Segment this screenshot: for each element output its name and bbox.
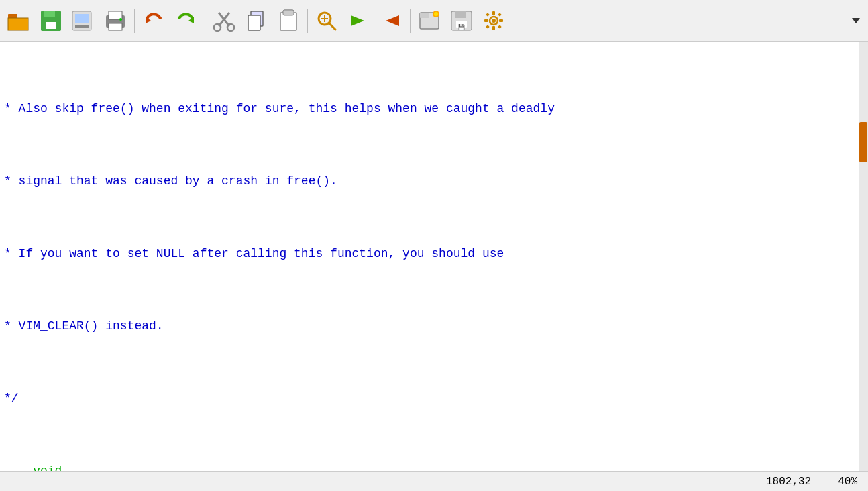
svg-point-12 <box>119 18 122 21</box>
save-as-button[interactable] <box>68 6 98 36</box>
svg-rect-44 <box>486 13 490 17</box>
separator-1 <box>134 9 135 33</box>
svg-rect-20 <box>248 15 260 30</box>
save2-button[interactable]: 💾 <box>447 6 476 36</box>
svg-rect-41 <box>492 26 495 30</box>
svg-rect-4 <box>44 11 55 17</box>
svg-text:💾: 💾 <box>458 23 465 30</box>
scrollbar[interactable] <box>859 42 868 471</box>
svg-marker-48 <box>852 18 860 23</box>
svg-rect-1 <box>8 18 28 30</box>
svg-rect-42 <box>484 19 488 22</box>
toolbar-dropdown-button[interactable] <box>848 6 864 36</box>
code-area[interactable]: * Also skip free() when exiting for sure… <box>4 46 859 471</box>
cut-button[interactable] <box>209 6 239 36</box>
code-line-5: */ <box>4 390 859 408</box>
undo-button[interactable] <box>139 6 168 36</box>
svg-point-18 <box>227 24 234 31</box>
zoom-level: 40% <box>838 476 857 488</box>
code-line-3: * If you want to set NULL after calling … <box>4 245 859 263</box>
svg-rect-10 <box>109 11 122 19</box>
svg-rect-23 <box>283 10 294 15</box>
editor-container: * Also skip free() when exiting for sure… <box>0 42 868 471</box>
paste-button[interactable] <box>274 6 303 36</box>
svg-rect-43 <box>499 19 503 22</box>
scrollbar-thumb[interactable] <box>859 122 867 162</box>
svg-point-33 <box>434 12 438 16</box>
print-button[interactable] <box>101 6 130 36</box>
separator-2 <box>205 9 205 33</box>
svg-rect-8 <box>75 25 89 28</box>
code-line-4: * VIM_CLEAR() instead. <box>4 317 859 335</box>
code-line-2: * signal that was caused by a crash in f… <box>4 172 859 190</box>
svg-marker-28 <box>351 15 364 26</box>
settings-button[interactable] <box>479 6 508 36</box>
code-line-1: * Also skip free() when exiting for sure… <box>4 100 859 118</box>
separator-4 <box>410 9 411 33</box>
open-button[interactable] <box>4 6 34 36</box>
svg-point-17 <box>214 24 221 31</box>
code-line-6: void <box>4 462 859 471</box>
statusbar: 1802,32 40% <box>0 471 868 491</box>
svg-rect-5 <box>46 22 56 29</box>
cursor-position: 1802,32 <box>766 476 811 488</box>
svg-rect-47 <box>498 25 502 29</box>
forward-button[interactable] <box>344 6 374 36</box>
project-button[interactable] <box>415 6 444 36</box>
back-button[interactable] <box>376 6 406 36</box>
svg-marker-29 <box>386 15 399 26</box>
svg-rect-45 <box>498 13 502 17</box>
svg-rect-35 <box>455 11 466 18</box>
copy-button[interactable] <box>241 6 271 36</box>
svg-line-25 <box>329 23 335 30</box>
svg-point-39 <box>492 19 496 23</box>
svg-rect-31 <box>420 13 429 18</box>
svg-rect-46 <box>486 25 490 29</box>
svg-rect-7 <box>75 14 89 23</box>
separator-3 <box>307 9 308 33</box>
find-button[interactable] <box>312 6 341 36</box>
redo-button[interactable] <box>171 6 201 36</box>
editor-main[interactable]: * Also skip free() when exiting for sure… <box>0 42 859 471</box>
svg-rect-11 <box>109 23 122 30</box>
toolbar: 💾 <box>0 0 868 42</box>
svg-rect-40 <box>492 11 495 15</box>
save-floppy-button[interactable] <box>36 6 66 36</box>
